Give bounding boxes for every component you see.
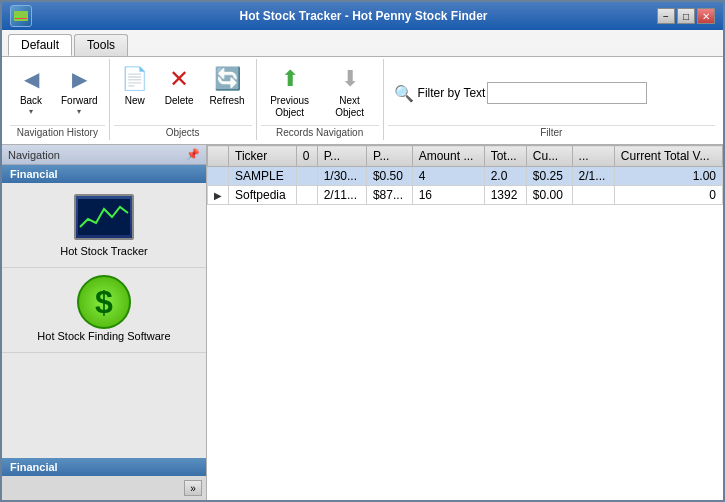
nav-history-label: Navigation History [10,125,105,140]
filter-text-label: Filter by Text [418,86,486,100]
sidebar-item-hot-stock-tracker[interactable]: Hot Stock Tracker [2,183,206,268]
objects-body: 📄 New ✕ Delete 🔄 Refresh [114,61,252,125]
toolbar-area: Default Tools ◀ Back ▾ ▶ Forward ▾ [2,30,723,145]
nav-history-section: ◀ Back ▾ ▶ Forward ▾ Navigation History [6,59,110,140]
prev-label: Previous Object [268,95,312,119]
window-controls: − □ ✕ [657,8,715,24]
back-label: Back [20,95,42,106]
sidebar: Navigation 📌 Financial Ho [2,145,207,500]
new-button[interactable]: 📄 New [114,61,156,110]
delete-label: Delete [165,95,194,106]
records-nav-label: Records Navigation [261,125,379,140]
table-body: SAMPLE 1/30... $0.50 4 2.0 $0.25 2/1... … [208,167,723,205]
ribbon: ◀ Back ▾ ▶ Forward ▾ Navigation History [2,56,723,144]
sidebar-pin-icon[interactable]: 📌 [186,148,200,161]
filter-input[interactable] [487,82,647,104]
cell-ticker: Softpedia [229,186,297,205]
forward-arrow-icon: ▾ [77,107,81,116]
filter-section: 🔍 Filter by Text Filter [384,59,719,140]
next-object-button[interactable]: ⬇ Next Object [321,61,379,123]
close-button[interactable]: ✕ [697,8,715,24]
filter-group-label: Filter [388,125,715,140]
filter-body: 🔍 Filter by Text [388,61,715,125]
row-arrow-icon: ▶ [214,190,222,201]
cell-current-total: 0 [614,186,722,205]
col-purchased[interactable]: P... [317,146,366,167]
objects-section: 📄 New ✕ Delete 🔄 Refresh Objects [110,59,257,140]
records-nav-body: ⬆ Previous Object ⬇ Next Object [261,61,379,125]
new-icon: 📄 [121,65,149,93]
col-current-total[interactable]: Current Total V... [614,146,722,167]
cell-purchased: 2/11... [317,186,366,205]
cell-total: 2.0 [484,167,526,186]
objects-label: Objects [114,125,252,140]
cell-purchased: 1/30... [317,167,366,186]
title-bar: Hot Stock Tracker - Hot Penny Stock Find… [2,2,723,30]
minimize-button[interactable]: − [657,8,675,24]
col-total[interactable]: Tot... [484,146,526,167]
back-button[interactable]: ◀ Back ▾ [10,61,52,120]
col-0[interactable]: 0 [296,146,317,167]
next-icon: ⬇ [336,65,364,93]
monitor-icon [72,193,136,241]
cell-col7 [572,186,614,205]
tab-tools[interactable]: Tools [74,34,128,56]
expand-button[interactable]: » [184,480,202,496]
col-spacer [208,146,229,167]
col-price[interactable]: P... [366,146,412,167]
cell-amount: 16 [412,186,484,205]
cell-price: $0.50 [366,167,412,186]
cell-total: 1392 [484,186,526,205]
refresh-icon: 🔄 [213,65,241,93]
cell-col0 [296,186,317,205]
refresh-label: Refresh [210,95,245,106]
col-current[interactable]: Cu... [526,146,572,167]
new-label: New [125,95,145,106]
sidebar-header: Navigation 📌 [2,145,206,165]
tab-bar: Default Tools [2,30,723,56]
forward-icon: ▶ [65,65,93,93]
table-row[interactable]: SAMPLE 1/30... $0.50 4 2.0 $0.25 2/1... … [208,167,723,186]
table-header: Ticker 0 P... P... Amount ... Tot... Cu.… [208,146,723,167]
svg-rect-0 [78,199,130,235]
sidebar-section-financial: Financial [2,165,206,183]
col-ticker[interactable]: Ticker [229,146,297,167]
forward-button[interactable]: ▶ Forward ▾ [54,61,105,120]
cell-ticker: SAMPLE [229,167,297,186]
next-label: Next Object [328,95,372,119]
col-amount[interactable]: Amount ... [412,146,484,167]
prev-object-button[interactable]: ⬆ Previous Object [261,61,319,123]
dollar-icon: $ [72,278,136,326]
sidebar-item-tracker-label: Hot Stock Tracker [60,245,147,257]
forward-label: Forward [61,95,98,106]
window-title: Hot Stock Tracker - Hot Penny Stock Find… [70,9,657,23]
cell-current: $0.00 [526,186,572,205]
cell-current-total: 1.00 [614,167,722,186]
filter-label: 🔍 Filter by Text [394,84,486,103]
cell-col7: 2/1... [572,167,614,186]
refresh-button[interactable]: 🔄 Refresh [203,61,252,110]
main-window: Hot Stock Tracker - Hot Penny Stock Find… [0,0,725,502]
tab-default[interactable]: Default [8,34,72,56]
delete-button[interactable]: ✕ Delete [158,61,201,110]
sidebar-bottom-label: Financial [2,458,206,476]
nav-history-body: ◀ Back ▾ ▶ Forward ▾ [10,61,105,125]
back-arrow-icon: ▾ [29,107,33,116]
sidebar-header-label: Navigation [8,149,60,161]
prev-icon: ⬆ [276,65,304,93]
records-nav-section: ⬆ Previous Object ⬇ Next Object Records … [257,59,384,140]
sidebar-item-hot-stock-finder[interactable]: $ Hot Stock Finding Software [2,268,206,353]
cell-price: $87... [366,186,412,205]
binoculars-icon: 🔍 [394,84,414,103]
maximize-button[interactable]: □ [677,8,695,24]
cell-col0 [296,167,317,186]
delete-icon: ✕ [165,65,193,93]
table-row[interactable]: ▶ Softpedia 2/11... $87... 16 1392 $0.00… [208,186,723,205]
sidebar-expand-area: » [2,476,206,500]
back-icon: ◀ [17,65,45,93]
sidebar-item-finder-label: Hot Stock Finding Software [37,330,170,342]
col-7[interactable]: ... [572,146,614,167]
main-area: Navigation 📌 Financial Ho [2,145,723,500]
stock-table: Ticker 0 P... P... Amount ... Tot... Cu.… [207,145,723,205]
table-header-row: Ticker 0 P... P... Amount ... Tot... Cu.… [208,146,723,167]
